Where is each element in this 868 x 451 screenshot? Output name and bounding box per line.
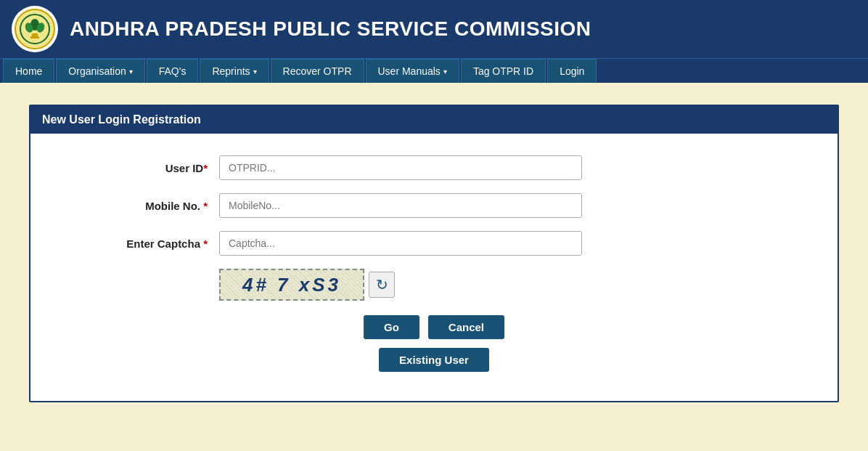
registration-form-card: New User Login Registration User ID* Mob…	[29, 105, 839, 402]
nav-arrow-user-manuals: ▾	[443, 68, 447, 76]
existing-user-button[interactable]: Existing User	[379, 348, 489, 372]
header-title: ANDHRA PRADESH PUBLIC SERVICE COMMISSION	[70, 17, 591, 41]
nav-arrow-organisation: ▾	[129, 68, 133, 76]
user-id-required: *	[203, 162, 208, 174]
nav-item-login[interactable]: Login	[547, 59, 597, 83]
captcha-required: *	[203, 237, 208, 250]
nav-item-tag-otpr-id[interactable]: Tag OTPR ID	[461, 59, 546, 83]
captcha-input[interactable]	[219, 231, 582, 256]
go-cancel-buttons-row: Go Cancel	[60, 315, 808, 339]
nav-label-user-manuals: User Manuals	[378, 65, 441, 77]
existing-user-row: Existing User	[60, 348, 808, 372]
user-id-input[interactable]	[219, 155, 582, 180]
nav-label-reprints: Reprints	[212, 65, 250, 77]
nav-label-faqs: FAQ's	[159, 65, 187, 77]
go-button[interactable]: Go	[364, 315, 419, 339]
refresh-icon: ↻	[376, 276, 388, 293]
form-card-body: User ID* Mobile No. * Enter Captcha * 4#…	[30, 134, 838, 401]
svg-rect-6	[30, 36, 39, 38]
nav-arrow-reprints: ▾	[253, 68, 257, 76]
captcha-image: 4# 7 xS3	[219, 269, 364, 301]
navbar: HomeOrganisation ▾FAQ'sReprints ▾Recover…	[0, 58, 868, 83]
nav-item-user-manuals[interactable]: User Manuals ▾	[366, 59, 459, 83]
logo	[12, 6, 58, 52]
nav-item-organisation[interactable]: Organisation ▾	[56, 59, 144, 83]
header: ANDHRA PRADESH PUBLIC SERVICE COMMISSION	[0, 0, 868, 58]
nav-item-home[interactable]: Home	[3, 59, 54, 83]
nav-item-faqs[interactable]: FAQ's	[147, 59, 199, 83]
captcha-refresh-button[interactable]: ↻	[369, 272, 395, 298]
captcha-input-row: Enter Captcha *	[60, 231, 808, 256]
cancel-button[interactable]: Cancel	[428, 315, 504, 339]
nav-label-organisation: Organisation	[68, 65, 126, 77]
nav-item-reprints[interactable]: Reprints ▾	[200, 59, 269, 83]
header-spacer	[0, 83, 868, 105]
nav-item-recover-otpr[interactable]: Recover OTPR	[271, 59, 364, 83]
nav-label-login: Login	[560, 65, 584, 77]
mobile-input[interactable]	[219, 193, 582, 218]
mobile-required: *	[203, 200, 208, 212]
nav-label-home: Home	[15, 65, 42, 77]
nav-label-recover-otpr: Recover OTPR	[283, 65, 352, 77]
form-card-title: New User Login Registration	[30, 106, 838, 134]
nav-label-tag-otpr-id: Tag OTPR ID	[473, 65, 533, 77]
user-id-row: User ID*	[60, 155, 808, 180]
user-id-label: User ID*	[60, 162, 219, 174]
captcha-label: Enter Captcha *	[60, 237, 219, 250]
mobile-row: Mobile No. *	[60, 193, 808, 218]
captcha-display-text: 4# 7 xS3	[242, 274, 341, 296]
mobile-label: Mobile No. *	[60, 200, 219, 212]
captcha-image-row: 4# 7 xS3 ↻	[60, 269, 808, 301]
